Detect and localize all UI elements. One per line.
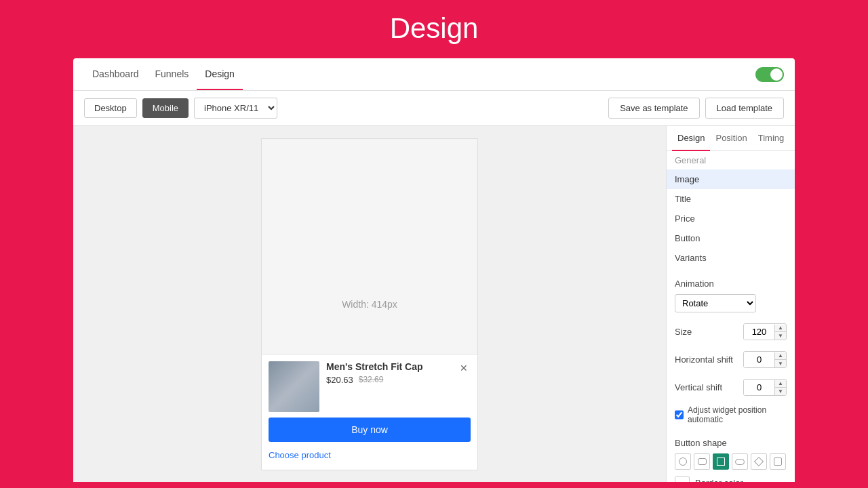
size-up-btn[interactable]: ▲ <box>775 325 786 332</box>
product-name: Men's Stretch Fit Cap <box>326 361 450 372</box>
animation-control: Animation <box>667 273 795 294</box>
size-input-group: ▲ ▼ <box>743 323 787 340</box>
toggle-switch[interactable] <box>755 67 784 82</box>
size-control: Size ▲ ▼ <box>667 318 795 346</box>
size-spinners: ▲ ▼ <box>774 325 786 340</box>
section-title[interactable]: Title <box>667 189 795 209</box>
animation-select[interactable]: NoneRotateFadeSlide <box>675 294 756 312</box>
load-template-btn[interactable]: Load template <box>705 98 784 119</box>
panel-tabs: Design Position Timing <box>667 126 795 151</box>
vertical-shift-label: Vertical shift <box>675 382 722 392</box>
section-price[interactable]: Price <box>667 209 795 228</box>
general-label: General <box>667 151 795 169</box>
v-shift-spinners: ▲ ▼ <box>774 380 786 395</box>
main-area: Width: 414px Men's Stretch Fit Cap $20.6… <box>73 126 795 482</box>
width-label: Width: 414px <box>342 299 397 310</box>
close-btn[interactable]: ✕ <box>457 361 471 375</box>
shape-rounded-btn[interactable] <box>694 453 710 470</box>
tab-design[interactable]: Design <box>672 126 710 151</box>
button-shape-label: Button shape <box>667 434 795 451</box>
product-image <box>269 361 319 412</box>
vertical-shift-control: Vertical shift ▲ ▼ <box>667 373 795 401</box>
square-icon <box>717 458 725 466</box>
size-input[interactable] <box>744 324 774 340</box>
product-info: Men's Stretch Fit Cap $20.63 $32.69 <box>326 361 450 385</box>
toolbar: Desktop Mobile iPhone XR/11 Save as temp… <box>73 91 795 126</box>
v-shift-down-btn[interactable]: ▼ <box>775 388 786 395</box>
section-button[interactable]: Button <box>667 228 795 248</box>
size-label: Size <box>675 327 692 337</box>
h-shift-down-btn[interactable]: ▼ <box>775 360 786 367</box>
section-image[interactable]: Image <box>667 169 795 189</box>
adjust-widget-row: Adjust widget position automatic <box>667 401 795 428</box>
product-prices: $20.63 $32.69 <box>326 375 450 385</box>
save-template-btn[interactable]: Save as template <box>608 98 699 119</box>
section-variants[interactable]: Variants <box>667 248 795 268</box>
shape-pill-btn[interactable] <box>732 453 748 470</box>
v-shift-input-group: ▲ ▼ <box>743 379 787 396</box>
product-card-header: Men's Stretch Fit Cap $20.63 $32.69 ✕ <box>269 361 471 412</box>
horizontal-shift-control: Horizontal shift ▲ ▼ <box>667 346 795 373</box>
mobile-frame: Width: 414px Men's Stretch Fit Cap $20.6… <box>261 138 478 470</box>
size-down-btn[interactable]: ▼ <box>775 332 786 340</box>
canvas-area: Width: 414px Men's Stretch Fit Cap $20.6… <box>73 126 666 482</box>
buy-now-btn[interactable]: Buy now <box>269 418 471 442</box>
tab-timing[interactable]: Timing <box>753 126 790 151</box>
button-shapes-row <box>667 451 795 472</box>
product-original-price: $32.69 <box>359 375 384 384</box>
border-color-label: Border color <box>695 478 743 483</box>
desktop-btn[interactable]: Desktop <box>84 98 137 118</box>
choose-product-link[interactable]: Choose product <box>269 447 471 463</box>
h-shift-spinners: ▲ ▼ <box>774 352 786 367</box>
product-image-inner <box>269 361 319 412</box>
nav-dashboard[interactable]: Dashboard <box>84 59 147 90</box>
page-title-bar: Design <box>0 0 868 58</box>
pill-icon <box>735 459 745 465</box>
animation-label: Animation <box>675 279 714 289</box>
h-shift-input-group: ▲ ▼ <box>743 351 787 368</box>
device-select[interactable]: iPhone XR/11 <box>194 98 277 119</box>
circle-icon <box>679 458 687 466</box>
app-container: Dashboard Funnels Design Desktop Mobile … <box>73 58 795 482</box>
border-color-row: Border color <box>667 472 795 482</box>
product-price: $20.63 <box>326 375 353 385</box>
mobile-btn[interactable]: Mobile <box>142 98 189 118</box>
horizontal-shift-label: Horizontal shift <box>675 354 733 365</box>
hex-icon <box>774 458 782 466</box>
diamond-icon <box>754 457 764 466</box>
product-card: Men's Stretch Fit Cap $20.63 $32.69 ✕ Bu… <box>262 354 477 470</box>
top-nav: Dashboard Funnels Design <box>73 58 795 91</box>
nav-funnels[interactable]: Funnels <box>147 59 197 90</box>
v-shift-input[interactable] <box>744 380 774 395</box>
h-shift-input[interactable] <box>744 352 774 367</box>
shape-diamond-btn[interactable] <box>751 453 767 470</box>
shape-hex-btn[interactable] <box>770 453 786 470</box>
tab-position[interactable]: Position <box>710 126 752 151</box>
rounded-icon <box>698 458 707 465</box>
page-title: Design <box>0 12 868 45</box>
h-shift-up-btn[interactable]: ▲ <box>775 352 786 360</box>
right-panel: Design Position Timing General Image Tit… <box>666 126 795 482</box>
nav-design[interactable]: Design <box>197 59 243 90</box>
shape-square-btn[interactable] <box>713 453 729 470</box>
border-color-swatch[interactable] <box>675 476 690 482</box>
adjust-widget-checkbox[interactable] <box>675 410 684 420</box>
adjust-widget-label: Adjust widget position automatic <box>688 405 787 424</box>
shape-circle-btn[interactable] <box>675 453 691 470</box>
v-shift-up-btn[interactable]: ▲ <box>775 380 786 388</box>
